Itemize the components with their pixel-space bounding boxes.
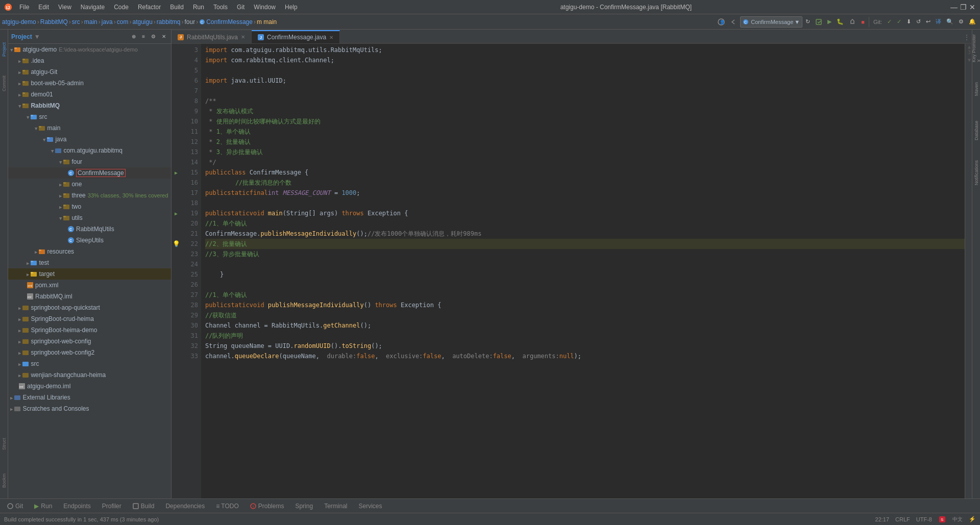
breadcrumb-atguigu[interactable]: atguigu <box>132 18 152 26</box>
build-project-button[interactable] <box>813 16 824 28</box>
tree-item-springboot-web2[interactable]: springboot-web-config2 <box>8 347 171 358</box>
run-gutter-19[interactable]: ▶ <box>175 211 178 216</box>
tree-item-one[interactable]: one <box>8 179 171 190</box>
tab-run[interactable]: ▶ Run <box>29 502 57 511</box>
tab-rabbitmqutils[interactable]: J RabbitMqUtils.java ✕ <box>172 30 252 43</box>
tab-dependencies[interactable]: Dependencies <box>160 502 210 511</box>
commit-icon[interactable]: Commit <box>1 68 8 99</box>
menu-build[interactable]: Build <box>166 3 188 12</box>
close-button[interactable]: ✕ <box>969 4 976 11</box>
settings-button[interactable]: ⚙ <box>957 16 966 28</box>
tree-item-package[interactable]: com.atguigu.rabbitmq <box>8 145 171 156</box>
breadcrumb-method-main[interactable]: m main <box>257 18 277 26</box>
breadcrumb-four[interactable]: four <box>185 18 195 26</box>
tab-overflow-button[interactable]: ⋮ <box>962 32 972 43</box>
breadcrumb-com[interactable]: com <box>117 18 129 26</box>
git-pull-button[interactable]: ⬇ <box>904 16 913 28</box>
project-collapse-all-button[interactable]: ≡ <box>140 31 147 42</box>
tree-item-three[interactable]: three 33% classes, 30% lines covered <box>8 190 171 201</box>
tab-build[interactable]: Build <box>128 502 160 511</box>
debug-button[interactable]: 🐛 <box>835 16 846 28</box>
project-locate-button[interactable]: ⊕ <box>130 31 138 42</box>
navigate-back-button[interactable] <box>728 16 739 28</box>
menu-file[interactable]: File <box>15 3 33 12</box>
run-config-dropdown[interactable]: C ConfirmMessage ▼ <box>740 16 802 28</box>
status-line-ending[interactable]: CRLF <box>895 516 910 522</box>
notifications-panel-icon[interactable]: Notifications <box>973 157 980 188</box>
key-promoter-icon[interactable]: Key Promoter X <box>973 32 980 62</box>
git-check-button[interactable]: ✓ <box>885 16 894 28</box>
git-history-button[interactable]: ↺ <box>914 16 923 28</box>
tab-close-confirmmessage[interactable]: ✕ <box>329 35 333 40</box>
tree-item-idea[interactable]: .idea <box>8 55 171 66</box>
menu-edit[interactable]: Edit <box>34 3 53 12</box>
tree-item-root[interactable]: atgigu-demo E:\idea-workspace\atgigu-dem… <box>8 44 171 55</box>
run-button[interactable]: ▶ <box>825 16 834 28</box>
tab-problems[interactable]: ! Problems <box>245 502 289 511</box>
menu-refactor[interactable]: Refactor <box>134 3 165 12</box>
menu-tools[interactable]: Tools <box>209 3 232 12</box>
tree-item-rabbitmqutils[interactable]: C RabbitMqUtils <box>8 223 171 235</box>
tree-item-springboot-crud[interactable]: SpringBoot-crud-heima <box>8 313 171 324</box>
tree-item-resources[interactable]: resources <box>8 246 171 257</box>
breadcrumb-src[interactable]: src <box>72 18 80 26</box>
tab-spring[interactable]: Spring <box>290 502 318 511</box>
tree-item-src[interactable]: src <box>8 111 171 122</box>
breadcrumb-atgigu-demo[interactable]: atgigu-demo <box>2 18 36 26</box>
tree-item-test[interactable]: test <box>8 257 171 268</box>
minimize-button[interactable]: — <box>950 4 958 11</box>
menu-window[interactable]: Window <box>250 3 280 12</box>
git-revert-button[interactable]: ↩ <box>924 16 933 28</box>
tree-item-utils[interactable]: utils <box>8 212 171 223</box>
tree-item-scratches[interactable]: Scratches and Consoles <box>8 403 171 414</box>
stop-button[interactable]: ■ <box>859 16 867 28</box>
tree-item-atgigu-iml[interactable]: iml atgigu-demo.iml <box>8 381 171 392</box>
menu-navigate[interactable]: Navigate <box>77 3 109 12</box>
scroll-minimap[interactable]: ▲ 3 ▼ <box>965 44 972 498</box>
tab-terminal[interactable]: Terminal <box>319 502 352 511</box>
tab-services[interactable]: Services <box>353 502 387 511</box>
breadcrumb-rabbitmq-pkg[interactable]: rabbitmq <box>157 18 181 26</box>
run-refresh-button[interactable]: ↻ <box>803 16 812 28</box>
breadcrumb-java[interactable]: java <box>102 18 113 26</box>
git-push-button[interactable]: ✓ <box>895 16 903 28</box>
tab-git[interactable]: Git <box>2 502 28 511</box>
tree-item-springboot-heima[interactable]: SpringBoot-heima-demo <box>8 324 171 336</box>
maximize-button[interactable]: ❐ <box>960 4 967 11</box>
bookmarks-icon[interactable]: Bookm <box>1 463 8 498</box>
tree-item-confirm-message[interactable]: C ConfirmMessage <box>8 167 171 179</box>
menu-run[interactable]: Run <box>189 3 208 12</box>
tree-item-java[interactable]: java <box>8 134 171 145</box>
tree-item-four[interactable]: four <box>8 156 171 167</box>
run-gutter-15[interactable]: ▶ <box>175 170 178 176</box>
tree-item-springboot-aop[interactable]: springboot-aop-quickstart <box>8 302 171 313</box>
tree-item-rabbitmq[interactable]: RabbitMQ <box>8 100 171 111</box>
tree-item-springboot-web[interactable]: springboot-web-config <box>8 336 171 347</box>
tree-item-pom[interactable]: xml pom.xml <box>8 280 171 291</box>
memory-indicator[interactable]: ⚡ <box>969 516 976 522</box>
tree-item-two[interactable]: two <box>8 201 171 212</box>
tab-confirmmessage[interactable]: J ConfirmMessage.java ✕ <box>252 30 340 43</box>
breadcrumb-rabbitmq[interactable]: RabbitMQ <box>40 18 68 26</box>
breadcrumb-main[interactable]: main <box>84 18 97 26</box>
tab-todo[interactable]: ≡ TODO <box>211 502 244 511</box>
tab-profiler[interactable]: Profiler <box>97 502 127 511</box>
tree-item-external-libs[interactable]: External Libraries <box>8 392 171 403</box>
menu-view[interactable]: View <box>54 3 76 12</box>
menu-help[interactable]: Help <box>281 3 302 12</box>
vcs-button[interactable]: 👤 <box>716 16 727 28</box>
tree-item-rabbitmq-iml[interactable]: iml RabbitMQ.iml <box>8 291 171 302</box>
tab-endpoints[interactable]: Endpoints <box>58 502 95 511</box>
structure-icon[interactable]: Struct <box>1 426 8 462</box>
menu-code[interactable]: Code <box>110 3 133 12</box>
warning-gutter-22[interactable]: 💡 <box>173 240 180 247</box>
maven-icon[interactable]: Maven <box>973 73 980 104</box>
tree-item-boot-web[interactable]: boot-web-05-admin <box>8 78 171 89</box>
notifications-button[interactable]: 🔔 <box>967 16 978 28</box>
run-with-coverage-button[interactable] <box>847 16 858 28</box>
tree-item-target[interactable]: target <box>8 268 171 280</box>
tree-item-wenjian[interactable]: wenjian-shangchuan-heima <box>8 369 171 381</box>
tree-item-src2[interactable]: src <box>8 358 171 369</box>
code-content[interactable]: import com.atguigu.rabbitmq.utils.Rabbit… <box>201 44 965 498</box>
project-icon[interactable]: Project <box>1 32 8 67</box>
